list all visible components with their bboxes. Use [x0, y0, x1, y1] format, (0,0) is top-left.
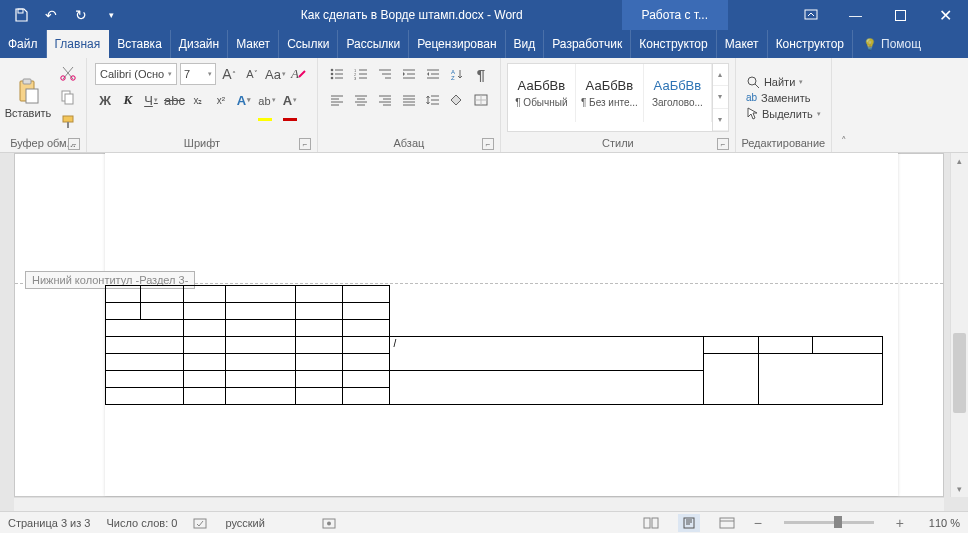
tell-me-search[interactable]: Помощ: [853, 30, 931, 58]
copy-icon[interactable]: [58, 89, 78, 105]
context-tab-label: Работа с т...: [622, 0, 728, 30]
tab-design[interactable]: Дизайн: [171, 30, 228, 58]
align-right-button[interactable]: [374, 89, 396, 111]
align-justify-button[interactable]: [398, 89, 420, 111]
underline-button[interactable]: Ч▾: [141, 89, 161, 111]
bold-button[interactable]: Ж: [95, 89, 115, 111]
font-launcher[interactable]: ⌐: [299, 138, 311, 150]
styles-label: Стили: [602, 137, 634, 149]
group-clipboard: Вставить Буфер обм...⌐: [0, 58, 87, 152]
numbering-button[interactable]: 123: [350, 63, 372, 85]
tab-table-design[interactable]: Конструктор: [631, 30, 716, 58]
multilevel-button[interactable]: [374, 63, 396, 85]
scroll-thumb[interactable]: [953, 333, 966, 413]
indent-inc-button[interactable]: [422, 63, 444, 85]
font-size-combo[interactable]: 7▾: [180, 63, 216, 85]
format-painter-icon[interactable]: [58, 114, 78, 130]
font-color-button[interactable]: A▾: [280, 89, 300, 111]
zoom-in-button[interactable]: +: [896, 515, 904, 531]
align-center-button[interactable]: [350, 89, 372, 111]
cut-icon[interactable]: [58, 65, 78, 81]
horizontal-scrollbar[interactable]: [14, 497, 944, 511]
qat-more-button[interactable]: ▾: [98, 2, 124, 28]
shading-button[interactable]: [446, 89, 468, 111]
indent-dec-button[interactable]: [398, 63, 420, 85]
status-page[interactable]: Страница 3 из 3: [8, 517, 90, 529]
zoom-slider-thumb[interactable]: [834, 516, 842, 528]
style-heading1[interactable]: АаБбВвЗаголово...: [644, 64, 712, 122]
styles-expand[interactable]: ▾: [713, 109, 728, 131]
tab-developer[interactable]: Разработчик: [544, 30, 631, 58]
svg-rect-26: [652, 518, 658, 528]
borders-button[interactable]: [470, 89, 492, 111]
styles-scroll-down[interactable]: ▾: [713, 86, 728, 108]
zoom-level[interactable]: 110 %: [920, 517, 960, 529]
style-normal[interactable]: АаБбВв¶ Обычный: [508, 64, 576, 122]
tab-mailings[interactable]: Рассылки: [338, 30, 409, 58]
styles-scroll-up[interactable]: ▴: [713, 64, 728, 86]
tab-layout[interactable]: Макет: [228, 30, 279, 58]
tab-file[interactable]: Файл: [0, 30, 47, 58]
styles-launcher[interactable]: ⌐: [717, 138, 729, 150]
ribbon-tabs: Файл Главная Вставка Дизайн Макет Ссылки…: [0, 30, 968, 58]
style-no-spacing[interactable]: АаБбВв¶ Без инте...: [576, 64, 644, 122]
tab-view[interactable]: Вид: [506, 30, 545, 58]
change-case-button[interactable]: Aa▾: [265, 63, 286, 85]
tab-references[interactable]: Ссылки: [279, 30, 338, 58]
scroll-up-arrow[interactable]: ▴: [951, 153, 968, 169]
view-print-button[interactable]: [678, 514, 700, 532]
grow-font-button[interactable]: A˄: [219, 63, 239, 85]
maximize-button[interactable]: [878, 0, 923, 30]
view-read-button[interactable]: [640, 514, 662, 532]
collapse-ribbon-button[interactable]: ˄: [832, 58, 856, 152]
select-button[interactable]: Выделить▾: [746, 107, 821, 121]
highlight-button[interactable]: ab▾: [257, 89, 277, 111]
paste-button[interactable]: Вставить: [4, 61, 52, 134]
clipboard-launcher[interactable]: ⌐: [68, 138, 80, 150]
line-spacing-button[interactable]: [422, 89, 444, 111]
bullets-button[interactable]: [326, 63, 348, 85]
styles-gallery[interactable]: АаБбВв¶ Обычный АаБбВв¶ Без инте... АаБб…: [507, 63, 729, 132]
document-canvas[interactable]: Нижний колонтитул -Раздел 3- /: [14, 153, 944, 497]
status-proofing-icon[interactable]: [193, 516, 209, 530]
clipboard-label: Буфер обм...: [10, 137, 76, 149]
sort-button[interactable]: AZ: [446, 63, 468, 85]
view-web-button[interactable]: [716, 514, 738, 532]
status-language[interactable]: русский: [225, 517, 264, 529]
tab-review[interactable]: Рецензирован: [409, 30, 505, 58]
tab-header-footer-design[interactable]: Конструктор: [768, 30, 853, 58]
replace-button[interactable]: abЗаменить: [746, 92, 821, 104]
tab-table-layout[interactable]: Макет: [717, 30, 768, 58]
undo-button[interactable]: ↶: [38, 2, 64, 28]
text-effects-button[interactable]: A▾: [234, 89, 254, 111]
group-editing: Найти▾ abЗаменить Выделить▾ Редактирован…: [736, 58, 832, 152]
find-button[interactable]: Найти▾: [746, 75, 821, 89]
superscript-button[interactable]: x²: [211, 89, 231, 111]
show-marks-button[interactable]: ¶: [470, 63, 492, 85]
close-button[interactable]: ✕: [923, 0, 968, 30]
minimize-button[interactable]: —: [833, 0, 878, 30]
scroll-down-arrow[interactable]: ▾: [951, 481, 968, 497]
tab-insert[interactable]: Вставка: [109, 30, 171, 58]
redo-button[interactable]: ↻: [68, 2, 94, 28]
svg-point-14: [331, 77, 334, 80]
font-name-combo[interactable]: Calibri (Осно▾: [95, 63, 177, 85]
strike-button[interactable]: abc: [164, 89, 185, 111]
tab-home[interactable]: Главная: [47, 30, 110, 58]
clear-format-button[interactable]: A: [289, 63, 309, 85]
vertical-scrollbar[interactable]: ▴ ▾: [950, 153, 968, 497]
align-left-button[interactable]: [326, 89, 348, 111]
subscript-button[interactable]: x₂: [188, 89, 208, 111]
save-button[interactable]: [8, 2, 34, 28]
status-macro-icon[interactable]: [321, 516, 337, 530]
zoom-slider[interactable]: [784, 521, 874, 524]
status-word-count[interactable]: Число слов: 0: [106, 517, 177, 529]
ribbon-options-button[interactable]: [788, 0, 833, 30]
zoom-out-button[interactable]: −: [754, 515, 762, 531]
shrink-font-button[interactable]: A˅: [242, 63, 262, 85]
paragraph-launcher[interactable]: ⌐: [482, 138, 494, 150]
italic-button[interactable]: К: [118, 89, 138, 111]
svg-rect-1: [805, 10, 817, 19]
stamp-table[interactable]: /: [105, 285, 883, 405]
svg-rect-10: [63, 116, 73, 122]
